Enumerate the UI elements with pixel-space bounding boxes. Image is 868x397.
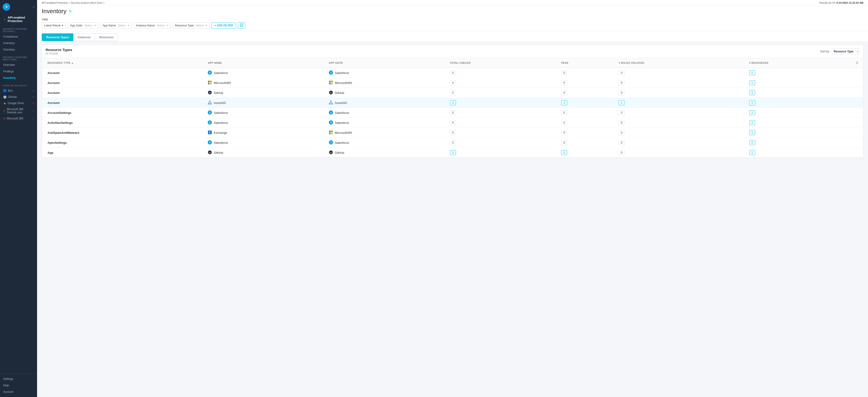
add-filter-button[interactable]: + ADD FILTER bbox=[212, 23, 236, 29]
breadcrumb-part2[interactable]: Security posture (Next Gen) bbox=[71, 1, 102, 4]
table-head: RESOURCE TYPE ▲ APP NAME APP SUITE TOTAL… bbox=[42, 58, 863, 68]
cell-resources: 2 bbox=[745, 138, 851, 148]
sidebar-item-overview-classic[interactable]: Overview bbox=[0, 47, 37, 53]
cell-rules-violated: 0 bbox=[615, 88, 745, 98]
sidebar: ✦ ‹ ← API-enabled Protection Security Po… bbox=[0, 0, 37, 397]
cell-app-name: E Exchange bbox=[204, 128, 325, 138]
cell-resource-type: ActivitiesSettings bbox=[42, 118, 204, 128]
time-filter-arrow: ▾ bbox=[62, 24, 63, 27]
table-row: ActivitiesSettings S Salesforce S Salesf… bbox=[42, 118, 863, 128]
svg-text:G: G bbox=[330, 151, 332, 154]
collapse-button[interactable]: ‹ bbox=[33, 5, 34, 9]
export-icon-button[interactable] bbox=[238, 22, 245, 29]
svg-text:S: S bbox=[209, 121, 211, 124]
svg-rect-9 bbox=[210, 81, 212, 82]
cell-app-name: S Salesforce bbox=[204, 138, 325, 148]
cell-actions bbox=[851, 78, 863, 88]
table-row: AccountSettings S Salesforce S Salesforc… bbox=[42, 108, 863, 118]
cell-app-name: S Salesforce bbox=[204, 108, 325, 118]
cell-resources: 2 bbox=[745, 68, 851, 78]
cell-total-checks: 2 bbox=[446, 98, 558, 108]
cell-rules-violated: 0 bbox=[615, 118, 745, 128]
table-settings-button[interactable]: ⚙ bbox=[855, 60, 860, 66]
tab-instances[interactable]: Instances bbox=[73, 33, 95, 41]
sidebar-item-overview-ng[interactable]: Overview bbox=[0, 62, 37, 68]
page-header: Inventory ↻ bbox=[37, 5, 868, 17]
cell-total-checks: 2 bbox=[446, 148, 558, 158]
cell-pass: 0 bbox=[557, 88, 615, 98]
sidebar-item-help[interactable]: Help bbox=[0, 382, 37, 389]
cell-resource-type: ApexSettings bbox=[42, 138, 204, 148]
box-icon bbox=[3, 89, 6, 92]
cell-resource-type: App bbox=[42, 148, 204, 158]
nav-title-label: API-enabled Protection bbox=[8, 16, 34, 23]
table-row: Account G GitHub G GitHub 0 0 0 1 bbox=[42, 88, 863, 98]
cell-actions bbox=[851, 98, 863, 108]
cell-total-checks: 0 bbox=[446, 88, 558, 98]
cell-rules-violated: 0 bbox=[615, 138, 745, 148]
download-icon bbox=[240, 23, 243, 27]
cell-app-suite: Microsoft365 bbox=[325, 128, 446, 138]
refresh-icon[interactable]: ↻ bbox=[69, 9, 72, 13]
sidebar-item-ms365[interactable]: ⊞ Microsoft 365 › bbox=[0, 115, 37, 121]
breadcrumb-part1[interactable]: API-enabled Protection bbox=[42, 1, 68, 4]
back-icon: ← bbox=[3, 18, 6, 21]
az-app-icon bbox=[208, 101, 212, 105]
tab-resource-types[interactable]: Resource Types bbox=[42, 33, 73, 41]
table-title: Resource Types bbox=[45, 48, 72, 52]
cell-resources: 1 bbox=[745, 88, 851, 98]
time-label: TIME bbox=[42, 18, 863, 21]
instance-name-filter[interactable]: Instance Name: Select ▾ bbox=[133, 23, 170, 29]
svg-rect-14 bbox=[329, 83, 331, 84]
sidebar-item-compliance[interactable]: Compliance bbox=[0, 33, 37, 40]
sidebar-section-classic: Security Posture(Classic) bbox=[0, 26, 37, 33]
cell-rules-violated: 0 bbox=[615, 68, 745, 78]
tab-resources[interactable]: Resources bbox=[95, 33, 118, 41]
cell-actions bbox=[851, 118, 863, 128]
svg-marker-20 bbox=[208, 101, 212, 104]
cell-app-name: AzureAD bbox=[204, 98, 325, 108]
cell-rules-violated: 0 bbox=[615, 78, 745, 88]
col-resource-type: RESOURCE TYPE ▲ bbox=[42, 58, 204, 68]
resource-type-arrow: ▾ bbox=[206, 24, 207, 27]
svg-rect-10 bbox=[208, 83, 210, 84]
sf-suite-icon: S bbox=[329, 110, 333, 115]
cell-resource-type: Account bbox=[42, 88, 204, 98]
cell-resources: 2 bbox=[745, 108, 851, 118]
sidebar-item-inventory-ng[interactable]: Inventory bbox=[0, 75, 37, 81]
sidebar-item-google-drive[interactable]: ▲ Google Drive › bbox=[0, 100, 37, 106]
sort-label: Sort by: bbox=[820, 50, 830, 53]
table-header-row: RESOURCE TYPE ▲ APP NAME APP SUITE TOTAL… bbox=[42, 58, 863, 68]
sidebar-item-account[interactable]: Account bbox=[0, 389, 37, 395]
app-suite-filter[interactable]: App Suite: Select ▾ bbox=[68, 23, 98, 29]
time-filter-dropdown[interactable]: Latest Result ▾ bbox=[42, 23, 66, 29]
cell-app-suite: G GitHub bbox=[325, 88, 446, 98]
sort-select[interactable]: Resource Type bbox=[832, 49, 860, 54]
sidebar-item-inventory-classic[interactable]: Inventory bbox=[0, 40, 37, 47]
content-area: Resource Types 82 FOUND Sort by: Resourc… bbox=[37, 41, 868, 397]
sidebar-item-settings[interactable]: Settings bbox=[0, 376, 37, 382]
sidebar-section-nextgen: Security Posture(Next Gen) bbox=[0, 54, 37, 62]
table-row: ApexSettings S Salesforce S Salesforce 0… bbox=[42, 138, 863, 148]
cell-rules-violated: 0 bbox=[615, 108, 745, 118]
cell-pass: 0 bbox=[557, 78, 615, 88]
sidebar-item-github[interactable]: ⬤ GitHub › bbox=[0, 94, 37, 100]
sf-suite-icon: S bbox=[329, 70, 333, 75]
cell-app-suite: S Salesforce bbox=[325, 68, 446, 78]
app-suite-placeholder: Select bbox=[84, 24, 92, 27]
sidebar-item-findings[interactable]: Findings bbox=[0, 68, 37, 75]
sidebar-item-ms365-outlook[interactable]: ⊞ Microsoft 365 Outlook.com › bbox=[0, 106, 37, 115]
cell-resource-type: Account bbox=[42, 98, 204, 108]
sidebar-item-box[interactable]: Box › bbox=[0, 88, 37, 94]
sort-row: Sort by: Resource Type ▾ bbox=[820, 49, 860, 54]
app-name-filter[interactable]: App Name: Select ▾ bbox=[100, 23, 131, 29]
sidebar-nav-title[interactable]: ← API-enabled Protection bbox=[0, 14, 37, 25]
cell-app-name: S Salesforce bbox=[204, 118, 325, 128]
resource-type-filter[interactable]: Resource Type: Select ▾ bbox=[173, 23, 210, 29]
cell-resource-type: Account bbox=[42, 78, 204, 88]
app-suite-label: App Suite: bbox=[70, 24, 83, 27]
svg-text:G: G bbox=[330, 92, 332, 94]
table-row: AntiSpamAntiMalware E Exchange Microsoft… bbox=[42, 128, 863, 138]
instance-name-placeholder: Select bbox=[157, 24, 164, 27]
chevron-right-icon-ms2: › bbox=[33, 117, 34, 120]
